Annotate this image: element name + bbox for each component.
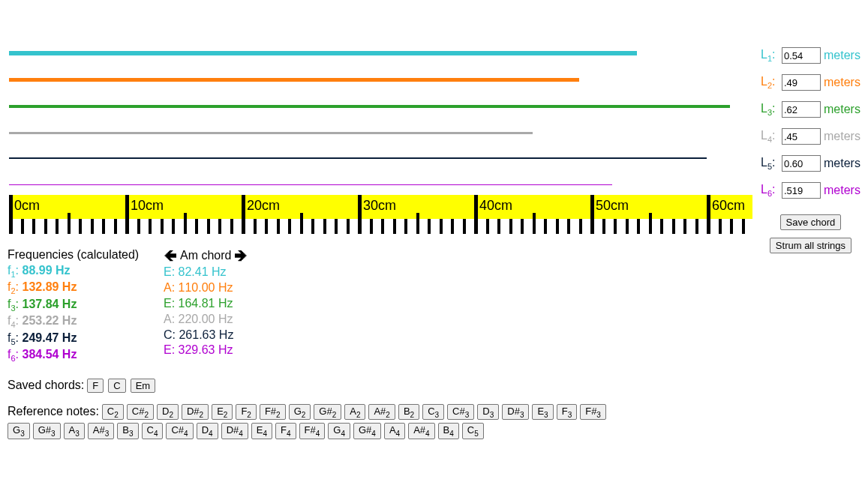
ruler-tick: [486, 219, 489, 234]
length-input-2[interactable]: [782, 74, 821, 91]
reference-notes-label: Reference notes:: [8, 404, 99, 420]
length-label: L1:: [761, 48, 782, 63]
ref-note-button[interactable]: F3: [557, 404, 578, 421]
ruler-label: 0cm: [14, 198, 40, 214]
chord-name: Am chord: [180, 248, 231, 264]
ruler-tick: [509, 219, 512, 234]
length-input-4[interactable]: [782, 128, 821, 145]
ref-note-button[interactable]: A4: [384, 423, 405, 439]
ref-note-button[interactable]: B4: [438, 423, 459, 439]
ref-note-button[interactable]: G#2: [314, 404, 341, 421]
ruler-tick: [230, 219, 233, 234]
string-4[interactable]: [9, 132, 533, 134]
ref-note-button[interactable]: D3: [477, 404, 499, 421]
string-1[interactable]: [9, 51, 637, 55]
length-label: L5:: [761, 156, 782, 171]
ruler-tick: [114, 219, 117, 234]
meters-label: meters: [824, 184, 860, 197]
ref-note-button[interactable]: C#3: [447, 404, 474, 421]
ref-note-button[interactable]: G3: [8, 423, 30, 439]
ruler-tick: [474, 195, 478, 234]
strum-all-button[interactable]: Strum all strings: [770, 238, 851, 253]
chord-note-6: E: 329.63 Hz: [164, 343, 389, 358]
chord-note-1: E: 82.41 Hz: [164, 265, 389, 280]
ref-note-button[interactable]: D#3: [502, 404, 529, 421]
ref-note-button[interactable]: A2: [344, 404, 365, 421]
ref-note-button[interactable]: E3: [532, 404, 553, 421]
length-row-6: L6:meters: [761, 177, 860, 204]
ruler-tick: [125, 195, 129, 234]
ruler-tick: [265, 219, 268, 234]
ruler-tick: [579, 219, 582, 234]
ruler-tick: [567, 219, 570, 234]
string-3[interactable]: [9, 105, 730, 108]
ref-note-button[interactable]: E4: [251, 423, 272, 439]
string-2[interactable]: [9, 78, 579, 82]
ruler-tick: [79, 219, 82, 234]
ref-note-button[interactable]: G#3: [33, 423, 61, 439]
length-row-1: L1:meters: [761, 42, 860, 69]
ref-note-button[interactable]: F#2: [260, 404, 286, 421]
length-input-5[interactable]: [782, 155, 821, 172]
ref-note-button[interactable]: E2: [212, 404, 233, 421]
ref-note-button[interactable]: F4: [275, 423, 296, 439]
ref-note-button[interactable]: F#3: [580, 404, 606, 421]
ref-note-button[interactable]: C#2: [127, 404, 154, 421]
ruler: 0cm10cm20cm30cm40cm50cm60cm: [9, 195, 752, 234]
string-6[interactable]: [9, 184, 612, 185]
ruler-tick: [91, 219, 94, 234]
saved-chord-button[interactable]: C: [108, 379, 125, 393]
length-label: L3:: [761, 102, 782, 117]
ruler-tick: [404, 219, 407, 234]
ruler-tick: [672, 219, 675, 234]
string-5[interactable]: [9, 157, 707, 159]
freq-row-3: f3: 137.84 Hz: [8, 297, 164, 313]
ruler-tick: [137, 219, 140, 234]
ref-note-button[interactable]: G4: [328, 423, 350, 439]
length-label: L4:: [761, 129, 782, 144]
length-input-6[interactable]: [782, 182, 821, 199]
ref-note-button[interactable]: D2: [157, 404, 179, 421]
ref-note-button[interactable]: C4: [142, 423, 164, 439]
save-chord-button[interactable]: Save chord: [780, 214, 842, 230]
ref-note-button[interactable]: A#4: [408, 423, 434, 439]
ruler-tick: [288, 219, 291, 234]
ruler-tick: [521, 219, 524, 234]
length-label: L6:: [761, 183, 782, 198]
chord-prev-icon[interactable]: 🡸: [164, 247, 177, 265]
saved-chord-button[interactable]: Em: [131, 379, 156, 393]
ref-note-button[interactable]: A#3: [88, 423, 114, 439]
meters-label: meters: [824, 49, 860, 62]
ruler-tick: [660, 219, 663, 234]
ruler-tick: [149, 219, 152, 234]
chord-next-icon[interactable]: 🡺: [234, 247, 248, 265]
saved-chord-button[interactable]: F: [87, 379, 104, 393]
ruler-tick: [533, 213, 536, 234]
ref-note-button[interactable]: D#2: [182, 404, 209, 421]
ruler-tick: [172, 219, 175, 234]
ref-note-button[interactable]: A#2: [368, 404, 395, 421]
ref-note-button[interactable]: F#4: [299, 423, 326, 439]
ref-note-button[interactable]: D#4: [221, 423, 248, 439]
ref-note-button[interactable]: A3: [64, 423, 85, 439]
ref-note-button[interactable]: G2: [289, 404, 311, 421]
ref-note-button[interactable]: G#4: [353, 423, 381, 439]
ruler-tick: [707, 195, 710, 234]
ref-note-button[interactable]: C2: [102, 404, 124, 421]
ruler-tick: [463, 219, 466, 234]
length-input-3[interactable]: [782, 101, 821, 118]
length-input-1[interactable]: [782, 47, 821, 64]
ruler-tick: [347, 219, 350, 234]
ruler-tick: [323, 219, 326, 234]
ruler-tick: [184, 213, 187, 234]
ref-note-button[interactable]: F2: [236, 404, 257, 421]
ref-note-button[interactable]: C5: [462, 423, 484, 439]
ruler-tick: [602, 219, 605, 234]
ref-note-button[interactable]: C3: [422, 404, 444, 421]
ref-note-button[interactable]: B3: [117, 423, 138, 439]
ref-note-button[interactable]: C#4: [166, 423, 193, 439]
ruler-tick: [207, 219, 210, 234]
ruler-tick: [311, 219, 314, 234]
ref-note-button[interactable]: B2: [398, 404, 419, 421]
ref-note-button[interactable]: D4: [197, 423, 218, 439]
